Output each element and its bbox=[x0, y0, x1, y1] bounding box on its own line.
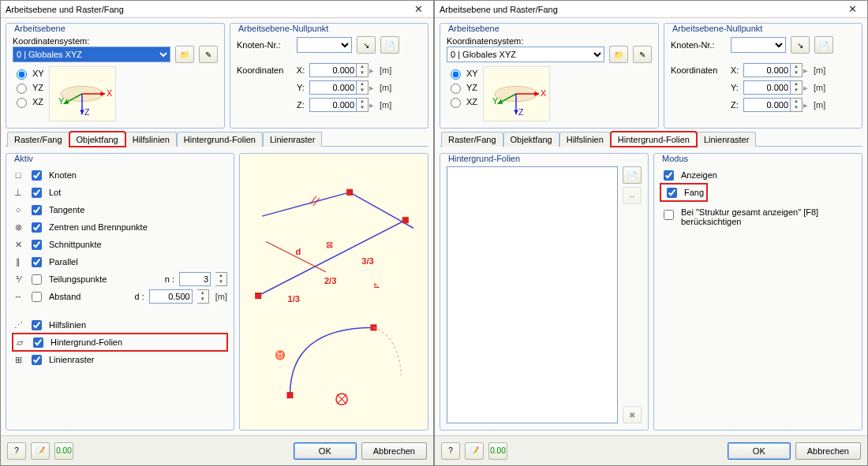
tab-objektfang[interactable]: Objektfang bbox=[69, 132, 125, 147]
svg-text:d: d bbox=[296, 247, 301, 256]
new-icon[interactable]: 📄 bbox=[814, 36, 833, 54]
tab-hilfslinien[interactable]: Hilfslinien bbox=[125, 132, 177, 147]
input-d[interactable] bbox=[149, 289, 193, 304]
svg-rect-17 bbox=[255, 293, 261, 299]
close-icon[interactable]: ✕ bbox=[408, 2, 428, 17]
chk-tangente[interactable] bbox=[32, 205, 42, 215]
dialog-right: Arbeitsebene und Raster/Fang ✕ Arbeitseb… bbox=[434, 0, 868, 466]
spinner-z[interactable]: ▲▼ bbox=[791, 98, 803, 112]
tab-linienraster[interactable]: Linienraster bbox=[263, 132, 322, 147]
sync-folie-icon[interactable]: ↔ bbox=[623, 187, 642, 204]
input-z[interactable] bbox=[309, 98, 357, 112]
input-y[interactable] bbox=[743, 80, 791, 95]
svg-rect-14 bbox=[346, 189, 353, 196]
chk-teilung[interactable] bbox=[32, 274, 42, 285]
radio-xy[interactable] bbox=[17, 69, 27, 80]
spinner-y[interactable]: ▲▼ bbox=[791, 80, 803, 95]
spinner-x[interactable]: ▲▼ bbox=[791, 63, 803, 77]
input-x[interactable] bbox=[309, 63, 357, 77]
spinner-z[interactable]: ▲▼ bbox=[357, 98, 369, 112]
tab-hintergrund[interactable]: Hintergrund-Folien bbox=[177, 132, 263, 147]
group-nullpunkt: Arbeitsebene-Nullpunkt Knoten-Nr.: ↘ 📄 K… bbox=[230, 23, 428, 129]
ok-button[interactable]: OK bbox=[294, 442, 357, 460]
svg-text:⊠: ⊠ bbox=[326, 240, 333, 250]
window-title: Arbeitsebene und Raster/Fang bbox=[6, 5, 408, 14]
input-x[interactable] bbox=[743, 63, 791, 77]
input-y[interactable] bbox=[309, 80, 357, 95]
label-koordsys: Koordinatensystem: bbox=[13, 36, 218, 46]
chk-zentren[interactable] bbox=[32, 222, 42, 233]
chk-linienraster[interactable] bbox=[32, 355, 42, 365]
svg-rect-26 bbox=[370, 324, 376, 330]
chk-parallel[interactable] bbox=[32, 257, 42, 267]
radio-yz[interactable] bbox=[451, 84, 461, 94]
radio-yz[interactable] bbox=[17, 84, 27, 94]
plane-radios: XY YZ XZ bbox=[447, 66, 478, 109]
edit-icon[interactable]: ✎ bbox=[199, 46, 218, 63]
dialog-left: Arbeitsebene und Raster/Fang ✕ Arbeitseb… bbox=[0, 0, 434, 466]
radio-xz[interactable] bbox=[451, 98, 461, 108]
edit-icon[interactable]: ✎ bbox=[633, 46, 652, 63]
footer: ? 📝 0.00 OK Abbrechen bbox=[1, 435, 433, 465]
delete-folie-icon[interactable]: ✖ bbox=[623, 406, 642, 423]
cancel-button[interactable]: Abbrechen bbox=[361, 442, 427, 460]
svg-text:X: X bbox=[107, 88, 112, 98]
snap-center-icon: ⊗ bbox=[13, 222, 24, 233]
spinner-x[interactable]: ▲▼ bbox=[357, 63, 369, 77]
label-koordinaten: Koordinaten bbox=[671, 65, 726, 75]
chk-hilfslinien[interactable] bbox=[32, 320, 42, 330]
chk-folien[interactable] bbox=[33, 337, 43, 348]
input-n[interactable] bbox=[179, 272, 211, 286]
group-arbeitsebene: Arbeitsebene Koordinatensystem: 0 | Glob… bbox=[440, 23, 659, 129]
close-icon[interactable]: ✕ bbox=[842, 2, 862, 17]
svg-text:Y: Y bbox=[492, 96, 498, 106]
tab-raster[interactable]: Raster/Fang bbox=[441, 132, 503, 147]
coordsys-select[interactable]: 0 | Globales XYZ bbox=[13, 47, 170, 62]
tab-objektfang[interactable]: Objektfang bbox=[503, 132, 559, 147]
units-icon[interactable]: 0.00 bbox=[54, 442, 73, 460]
help-icon[interactable]: ? bbox=[441, 442, 460, 460]
add-folie-icon[interactable]: 📄 bbox=[623, 166, 642, 184]
snap-tangent-icon: ○ bbox=[13, 204, 24, 215]
cancel-button[interactable]: Abbrechen bbox=[795, 442, 861, 460]
folder-icon[interactable]: 📁 bbox=[175, 46, 194, 63]
tab-hilfslinien[interactable]: Hilfslinien bbox=[559, 132, 611, 147]
group-modus: Modus Anzeigen Fang Bei "Struktur gesamt… bbox=[653, 153, 862, 431]
ok-button[interactable]: OK bbox=[728, 442, 791, 460]
note-icon[interactable]: 📝 bbox=[465, 442, 484, 460]
pick-icon[interactable]: ↘ bbox=[791, 36, 810, 54]
chk-knoten[interactable] bbox=[32, 170, 42, 181]
coordsys-select[interactable]: 0 | Globales XYZ bbox=[447, 47, 604, 62]
titlebar: Arbeitsebene und Raster/Fang ✕ bbox=[1, 1, 433, 18]
chk-lot[interactable] bbox=[32, 188, 42, 198]
svg-line-10 bbox=[262, 192, 350, 216]
axes-preview: X Y Z bbox=[49, 66, 116, 121]
chk-f8[interactable] bbox=[664, 210, 674, 220]
spinner-d[interactable]: ▲▼ bbox=[197, 289, 209, 304]
tab-linienraster[interactable]: Linienraster bbox=[697, 132, 756, 147]
folien-list[interactable] bbox=[447, 166, 618, 423]
tab-raster[interactable]: Raster/Fang bbox=[7, 132, 69, 147]
note-icon[interactable]: 📝 bbox=[31, 442, 50, 460]
tabs: Raster/Fang Objektfang Hilfslinien Hinte… bbox=[440, 132, 862, 147]
tab-hintergrund[interactable]: Hintergrund-Folien bbox=[611, 132, 697, 147]
radio-xy[interactable] bbox=[451, 69, 461, 80]
spinner-y[interactable]: ▲▼ bbox=[357, 80, 369, 95]
knoten-select[interactable] bbox=[297, 37, 352, 53]
units-icon[interactable]: 0.00 bbox=[488, 442, 507, 460]
knoten-select[interactable] bbox=[731, 37, 786, 53]
help-icon[interactable]: ? bbox=[7, 442, 26, 460]
chk-schnitt[interactable] bbox=[32, 240, 42, 250]
input-z[interactable] bbox=[743, 98, 791, 112]
radio-xz[interactable] bbox=[17, 98, 27, 108]
folder-icon[interactable]: 📁 bbox=[609, 46, 628, 63]
snap-distance-icon: ↔ bbox=[13, 291, 24, 302]
chk-fang[interactable] bbox=[667, 188, 677, 198]
new-icon[interactable]: 📄 bbox=[380, 36, 399, 54]
axes-preview: X Y Z bbox=[483, 66, 550, 121]
chk-abstand[interactable] bbox=[32, 292, 42, 302]
chk-anzeigen[interactable] bbox=[664, 170, 674, 181]
pick-icon[interactable]: ↘ bbox=[357, 36, 376, 54]
spinner-n[interactable]: ▲▼ bbox=[215, 272, 227, 286]
svg-rect-16 bbox=[402, 217, 409, 223]
